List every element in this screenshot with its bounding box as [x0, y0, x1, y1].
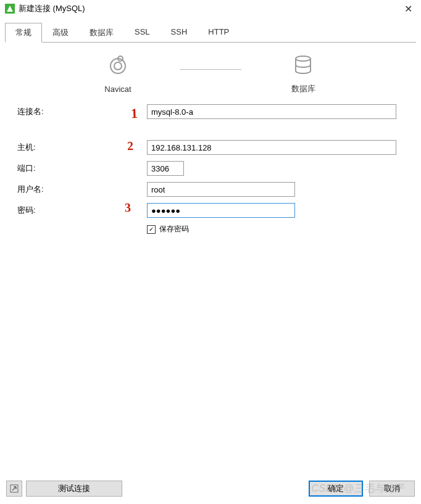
host-input[interactable] [147, 140, 396, 155]
tab-http[interactable]: HTTP [198, 23, 240, 43]
content-panel: Navicat 数据库 1 连接名: 2 主机: 端口: 用户名: [0, 43, 421, 246]
close-icon[interactable]: ✕ [401, 2, 416, 16]
svg-point-1 [110, 59, 125, 73]
help-icon [10, 484, 19, 493]
diagram-navicat-label: Navicat [104, 85, 131, 94]
svg-point-2 [114, 62, 122, 70]
save-password-checkbox[interactable]: ✓ [147, 225, 156, 234]
user-input[interactable] [147, 182, 295, 197]
test-connection-button[interactable]: 测试连接 [26, 481, 122, 497]
user-label: 用户名: [17, 184, 147, 195]
tab-ssh[interactable]: SSH [160, 23, 198, 43]
cancel-button[interactable]: 取消 [369, 481, 415, 497]
password-input[interactable] [147, 203, 295, 218]
connection-name-label: 连接名: [17, 106, 147, 117]
ok-button[interactable]: 确定 [309, 481, 363, 497]
diagram-connector [180, 69, 241, 70]
navicat-app-icon [5, 4, 15, 14]
footer: 测试连接 确定 取消 [0, 477, 421, 504]
window-title: 新建连接 (MySQL) [19, 3, 85, 14]
diagram-database-label: 数据库 [291, 83, 315, 94]
navicat-icon [106, 55, 130, 80]
help-button[interactable] [6, 481, 22, 497]
connection-name-input[interactable] [147, 104, 396, 119]
port-label: 端口: [17, 163, 147, 174]
tab-general[interactable]: 常规 [5, 23, 42, 43]
tab-advanced[interactable]: 高级 [42, 23, 79, 43]
form: 1 连接名: 2 主机: 端口: 用户名: 3 密码: ✓ 保存密码 [17, 104, 404, 234]
password-label: 密码: [17, 205, 147, 216]
titlebar: 新建连接 (MySQL) ✕ [0, 0, 421, 17]
tab-database[interactable]: 数据库 [79, 23, 124, 43]
tab-ssl[interactable]: SSL [124, 23, 160, 43]
host-label: 主机: [17, 142, 147, 153]
tab-bar: 常规 高级 数据库 SSL SSH HTTP [5, 22, 416, 42]
connection-diagram: Navicat 数据库 [17, 54, 404, 94]
svg-point-4 [296, 56, 311, 61]
save-password-label: 保存密码 [159, 224, 189, 234]
database-icon [291, 54, 315, 78]
port-input[interactable] [147, 161, 184, 176]
